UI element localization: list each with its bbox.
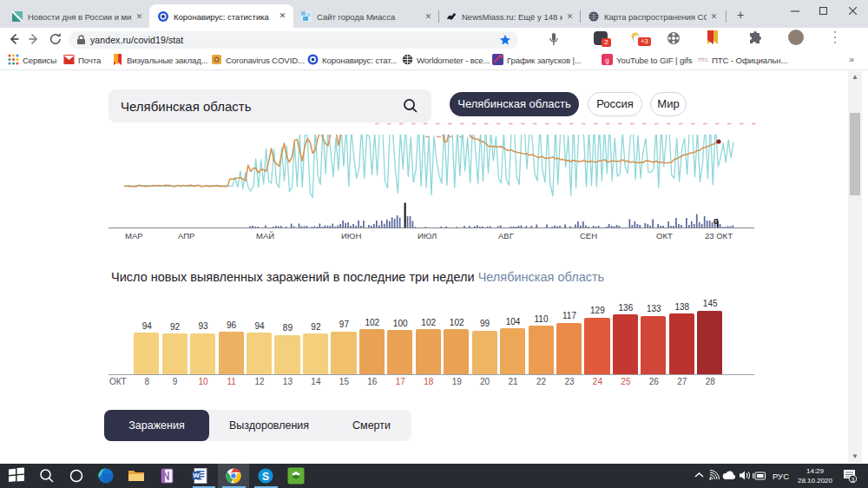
svg-text:0: 0 xyxy=(713,216,718,226)
svg-text:3: 3 xyxy=(852,477,855,483)
svg-text:ПТС: ПТС xyxy=(698,57,708,63)
svg-text:W: W xyxy=(193,472,200,479)
svg-text:S: S xyxy=(262,471,269,483)
svg-text:g: g xyxy=(605,56,608,64)
